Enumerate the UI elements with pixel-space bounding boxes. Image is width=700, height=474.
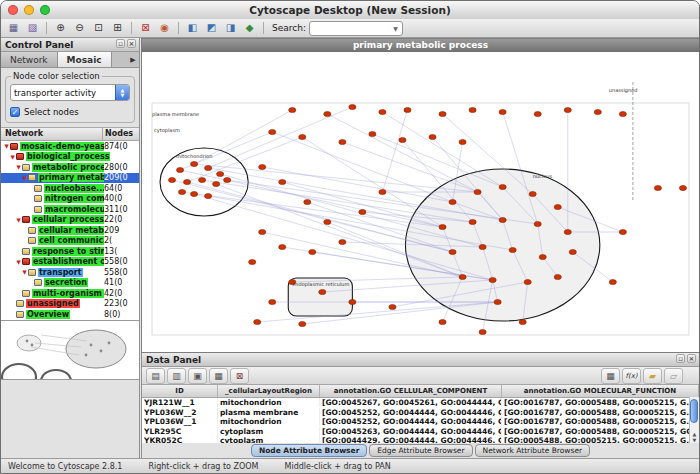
tree-row[interactable]: response to stimul13( — [1, 246, 139, 257]
float-panel-icon[interactable]: ▫ — [676, 354, 685, 363]
network-node[interactable] — [449, 249, 456, 254]
search-dropdown-icon[interactable]: ▼ — [390, 22, 401, 35]
network-node[interactable] — [190, 191, 197, 196]
network-node[interactable] — [379, 109, 386, 114]
column-header[interactable]: annotation.GO MOLECULAR_FUNCTION — [502, 385, 699, 397]
network-node[interactable] — [469, 107, 476, 112]
create-network-view-icon[interactable]: ◉ — [156, 21, 173, 35]
table-row[interactable]: YJR121W__1mitochondrion[GO:0045267, GO:0… — [142, 398, 699, 408]
table-scrollbar[interactable]: ▲▼ — [689, 397, 699, 443]
color-attribute-dropdown[interactable]: transporter activity ▲▼ — [10, 84, 130, 101]
network-node[interactable] — [168, 177, 175, 182]
network-node[interactable] — [654, 185, 661, 190]
close-panel-icon[interactable]: × — [687, 354, 696, 363]
network-node[interactable] — [499, 184, 506, 189]
network-node[interactable] — [176, 167, 183, 172]
tree-header[interactable]: Network Nodes — [1, 127, 139, 141]
expander-icon[interactable]: ▼ — [15, 217, 22, 223]
network-node[interactable] — [339, 139, 346, 144]
network-node[interactable] — [217, 171, 224, 176]
function-builder-icon[interactable]: f(x) — [622, 368, 641, 384]
tree-row[interactable]: macromolecule...311(0 — [1, 204, 139, 215]
network-node[interactable] — [205, 165, 212, 170]
attribute-new-icon[interactable]: ▣ — [188, 368, 207, 384]
expander-icon[interactable]: ▼ — [15, 259, 22, 265]
window-titlebar[interactable]: Cytoscape Desktop (New Session) — [1, 1, 699, 20]
network-node[interactable] — [474, 189, 481, 194]
table-row[interactable]: YPL036W__2plasma membrane[GO:0045252, GO… — [142, 408, 699, 418]
zoom-selected-region-icon[interactable]: ⊡ — [90, 21, 107, 35]
tree-row[interactable]: multi-organism pro42(0 — [1, 288, 139, 299]
tree-row[interactable]: ▼mosaic-demo-yeast874(0 — [1, 141, 139, 152]
expander-icon[interactable]: ▼ — [21, 269, 28, 275]
network-node[interactable] — [399, 137, 406, 142]
network-node[interactable] — [224, 177, 231, 182]
network-node[interactable] — [213, 181, 220, 186]
network-node[interactable] — [619, 111, 626, 116]
network-node[interactable] — [609, 279, 616, 284]
network-node[interactable] — [304, 199, 311, 204]
tab-network[interactable]: Network — [1, 52, 58, 67]
network-node[interactable] — [469, 219, 476, 224]
column-header[interactable]: _cellularLayoutRegion — [218, 385, 320, 397]
results-panel-toggle-icon[interactable]: ◨ — [222, 21, 239, 35]
network-node[interactable] — [349, 299, 356, 304]
tab-network-attribute-browser[interactable]: Network Attribute Browser — [475, 444, 591, 457]
network-node[interactable] — [259, 229, 266, 234]
tree-row[interactable]: ▼transport558(0 — [1, 267, 139, 278]
network-node[interactable] — [499, 217, 506, 222]
network-node[interactable] — [269, 129, 276, 134]
tree-row[interactable]: cell communica...2( — [1, 236, 139, 247]
network-node[interactable] — [379, 189, 386, 194]
network-node[interactable] — [389, 304, 396, 309]
network-node[interactable] — [554, 274, 561, 279]
network-node[interactable] — [539, 254, 546, 259]
network-node[interactable] — [183, 179, 190, 184]
network-node[interactable] — [619, 229, 626, 234]
tab-mosaic[interactable]: Mosaic — [58, 52, 112, 67]
network-node[interactable] — [679, 185, 686, 190]
column-header[interactable]: annotation.GO CELLULAR_COMPONENT — [320, 385, 502, 397]
network-view-title[interactable]: primary metabolic process — [142, 39, 699, 52]
expander-icon[interactable]: ▼ — [9, 154, 16, 160]
network-node[interactable] — [429, 134, 436, 139]
network-node[interactable] — [299, 321, 306, 326]
network-node[interactable] — [309, 249, 316, 254]
tree-row[interactable]: Overview8(0) — [1, 309, 139, 320]
tree-row[interactable]: ▼metabolic process280(0 — [1, 162, 139, 173]
close-panel-icon[interactable]: × — [127, 39, 136, 48]
search-input[interactable] — [310, 22, 391, 35]
dropdown-arrows-icon[interactable]: ▲▼ — [115, 85, 129, 100]
tree-header-network[interactable]: Network — [1, 128, 102, 140]
network-node[interactable] — [439, 224, 446, 229]
network-node[interactable] — [205, 193, 212, 198]
column-header[interactable]: ID — [142, 385, 218, 397]
network-node[interactable] — [489, 277, 496, 282]
expander-icon[interactable]: ▼ — [15, 164, 22, 170]
data-panel-toggle-icon[interactable]: ◩ — [203, 21, 220, 35]
tree-row[interactable]: ▼primary metab...209(0 — [1, 173, 139, 184]
network-node[interactable] — [289, 107, 296, 112]
tree-row[interactable]: ▼cellular process22(0 — [1, 215, 139, 226]
network-node[interactable] — [269, 299, 276, 304]
control-panel-toggle-icon[interactable]: ◧ — [184, 21, 201, 35]
tree-row[interactable]: nucleobase...64(0 — [1, 183, 139, 194]
network-node[interactable] — [554, 204, 561, 209]
network-node[interactable] — [459, 274, 466, 279]
zoom-out-icon[interactable]: ⊖ — [71, 21, 88, 35]
attribute-select-icon[interactable]: ▤ — [146, 368, 165, 384]
tree-row[interactable]: ▼biological_process — [1, 152, 139, 163]
import-attributes-icon[interactable]: ▰ — [643, 368, 662, 384]
network-node[interactable] — [439, 319, 446, 324]
network-node[interactable] — [369, 131, 376, 136]
destroy-network-icon[interactable]: ⊠ — [137, 21, 154, 35]
network-node[interactable] — [529, 191, 536, 196]
network-node[interactable] — [349, 104, 356, 109]
network-node[interactable] — [509, 247, 516, 252]
tabs-overflow-icon[interactable]: ▶ — [127, 52, 139, 67]
network-node[interactable] — [519, 319, 526, 324]
network-node[interactable] — [459, 139, 466, 144]
network-node[interactable] — [324, 219, 331, 224]
table-row[interactable]: YLR295Ccytoplasm[GO:0045263, GO:0044444,… — [142, 427, 699, 437]
tab-edge-attribute-browser[interactable]: Edge Attribute Browser — [369, 444, 472, 457]
